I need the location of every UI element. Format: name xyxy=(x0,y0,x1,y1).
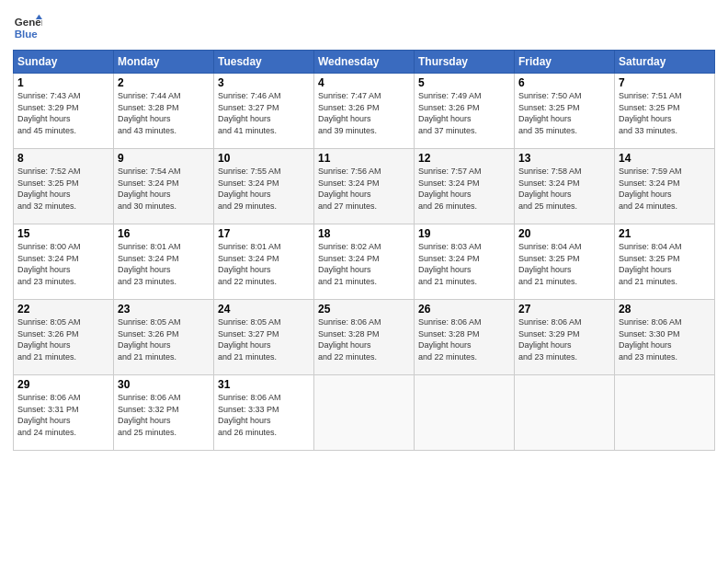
calendar-cell: 21Sunrise: 8:04 AMSunset: 3:25 PMDayligh… xyxy=(615,224,715,300)
day-header-saturday: Saturday xyxy=(615,51,715,74)
day-detail: Sunrise: 8:06 AMSunset: 3:33 PMDaylight … xyxy=(218,392,310,438)
calendar-cell: 6Sunrise: 7:50 AMSunset: 3:25 PMDaylight… xyxy=(515,74,615,149)
header: General Blue xyxy=(13,9,715,42)
day-detail: Sunrise: 7:56 AMSunset: 3:24 PMDaylight … xyxy=(318,166,410,212)
day-detail: Sunrise: 7:52 AMSunset: 3:25 PMDaylight … xyxy=(17,166,109,212)
day-number: 18 xyxy=(318,227,410,240)
day-number: 22 xyxy=(17,303,109,316)
calendar-week-row: 29Sunrise: 8:06 AMSunset: 3:31 PMDayligh… xyxy=(14,375,715,451)
day-number: 19 xyxy=(418,227,510,240)
calendar-cell xyxy=(415,375,515,451)
day-number: 17 xyxy=(218,227,310,240)
calendar-cell: 5Sunrise: 7:49 AMSunset: 3:26 PMDaylight… xyxy=(415,74,515,149)
day-number: 13 xyxy=(518,152,610,165)
day-detail: Sunrise: 8:05 AMSunset: 3:26 PMDaylight … xyxy=(118,316,210,362)
calendar-cell xyxy=(314,375,415,451)
day-number: 6 xyxy=(518,76,610,89)
day-number: 26 xyxy=(418,303,510,316)
calendar-cell: 14Sunrise: 7:59 AMSunset: 3:24 PMDayligh… xyxy=(615,149,715,224)
calendar-week-row: 15Sunrise: 8:00 AMSunset: 3:24 PMDayligh… xyxy=(14,224,715,300)
day-detail: Sunrise: 7:46 AMSunset: 3:27 PMDaylight … xyxy=(218,90,310,136)
day-number: 15 xyxy=(17,227,109,240)
day-detail: Sunrise: 8:06 AMSunset: 3:28 PMDaylight … xyxy=(418,316,510,362)
svg-text:Blue: Blue xyxy=(15,29,39,40)
day-detail: Sunrise: 7:51 AMSunset: 3:25 PMDaylight … xyxy=(619,90,711,136)
day-header-monday: Monday xyxy=(114,51,214,74)
page: General Blue SundayMondayTuesdayWednesda… xyxy=(0,0,728,563)
calendar-cell: 15Sunrise: 8:00 AMSunset: 3:24 PMDayligh… xyxy=(14,224,114,300)
day-detail: Sunrise: 7:43 AMSunset: 3:29 PMDaylight … xyxy=(17,90,109,136)
day-number: 10 xyxy=(218,152,310,165)
day-number: 23 xyxy=(118,303,210,316)
day-header-tuesday: Tuesday xyxy=(214,51,314,74)
day-number: 16 xyxy=(118,227,210,240)
calendar-cell: 11Sunrise: 7:56 AMSunset: 3:24 PMDayligh… xyxy=(314,149,415,224)
day-number: 20 xyxy=(518,227,610,240)
calendar-header-row: SundayMondayTuesdayWednesdayThursdayFrid… xyxy=(14,51,715,74)
calendar-cell: 12Sunrise: 7:57 AMSunset: 3:24 PMDayligh… xyxy=(415,149,515,224)
day-detail: Sunrise: 8:01 AMSunset: 3:24 PMDaylight … xyxy=(218,241,310,287)
day-number: 27 xyxy=(518,303,610,316)
day-detail: Sunrise: 7:44 AMSunset: 3:28 PMDaylight … xyxy=(118,90,210,136)
day-detail: Sunrise: 7:59 AMSunset: 3:24 PMDaylight … xyxy=(619,166,711,212)
day-detail: Sunrise: 8:06 AMSunset: 3:30 PMDaylight … xyxy=(619,316,711,362)
day-number: 3 xyxy=(218,76,310,89)
day-number: 11 xyxy=(318,152,410,165)
calendar-cell: 2Sunrise: 7:44 AMSunset: 3:28 PMDaylight… xyxy=(114,74,214,149)
calendar-cell: 28Sunrise: 8:06 AMSunset: 3:30 PMDayligh… xyxy=(615,300,715,375)
day-number: 9 xyxy=(118,152,210,165)
logo-icon: General Blue xyxy=(13,13,42,42)
day-number: 1 xyxy=(17,76,109,89)
day-number: 30 xyxy=(118,378,210,391)
calendar-cell: 8Sunrise: 7:52 AMSunset: 3:25 PMDaylight… xyxy=(14,149,114,224)
day-detail: Sunrise: 8:02 AMSunset: 3:24 PMDaylight … xyxy=(318,241,410,287)
calendar-table: SundayMondayTuesdayWednesdayThursdayFrid… xyxy=(13,50,715,451)
day-detail: Sunrise: 7:57 AMSunset: 3:24 PMDaylight … xyxy=(418,166,510,212)
day-header-thursday: Thursday xyxy=(415,51,515,74)
day-number: 21 xyxy=(619,227,711,240)
day-number: 4 xyxy=(318,76,410,89)
day-number: 7 xyxy=(619,76,711,89)
calendar-cell: 7Sunrise: 7:51 AMSunset: 3:25 PMDaylight… xyxy=(615,74,715,149)
day-detail: Sunrise: 7:55 AMSunset: 3:24 PMDaylight … xyxy=(218,166,310,212)
day-detail: Sunrise: 7:49 AMSunset: 3:26 PMDaylight … xyxy=(418,90,510,136)
day-detail: Sunrise: 8:06 AMSunset: 3:29 PMDaylight … xyxy=(518,316,610,362)
day-header-wednesday: Wednesday xyxy=(314,51,415,74)
calendar-cell xyxy=(515,375,615,451)
calendar-cell xyxy=(615,375,715,451)
day-detail: Sunrise: 8:03 AMSunset: 3:24 PMDaylight … xyxy=(418,241,510,287)
day-number: 28 xyxy=(619,303,711,316)
day-detail: Sunrise: 8:06 AMSunset: 3:31 PMDaylight … xyxy=(17,392,109,438)
day-detail: Sunrise: 8:05 AMSunset: 3:27 PMDaylight … xyxy=(218,316,310,362)
calendar-week-row: 8Sunrise: 7:52 AMSunset: 3:25 PMDaylight… xyxy=(14,149,715,224)
day-number: 14 xyxy=(619,152,711,165)
day-number: 29 xyxy=(17,378,109,391)
calendar-cell: 23Sunrise: 8:05 AMSunset: 3:26 PMDayligh… xyxy=(114,300,214,375)
day-number: 25 xyxy=(318,303,410,316)
day-detail: Sunrise: 8:05 AMSunset: 3:26 PMDaylight … xyxy=(17,316,109,362)
day-header-friday: Friday xyxy=(515,51,615,74)
calendar-cell: 1Sunrise: 7:43 AMSunset: 3:29 PMDaylight… xyxy=(14,74,114,149)
calendar-cell: 16Sunrise: 8:01 AMSunset: 3:24 PMDayligh… xyxy=(114,224,214,300)
calendar-cell: 29Sunrise: 8:06 AMSunset: 3:31 PMDayligh… xyxy=(14,375,114,451)
calendar-cell: 26Sunrise: 8:06 AMSunset: 3:28 PMDayligh… xyxy=(415,300,515,375)
day-number: 24 xyxy=(218,303,310,316)
day-detail: Sunrise: 7:50 AMSunset: 3:25 PMDaylight … xyxy=(518,90,610,136)
calendar-week-row: 22Sunrise: 8:05 AMSunset: 3:26 PMDayligh… xyxy=(14,300,715,375)
day-detail: Sunrise: 8:04 AMSunset: 3:25 PMDaylight … xyxy=(518,241,610,287)
calendar-cell: 18Sunrise: 8:02 AMSunset: 3:24 PMDayligh… xyxy=(314,224,415,300)
day-detail: Sunrise: 7:58 AMSunset: 3:24 PMDaylight … xyxy=(518,166,610,212)
calendar-cell: 19Sunrise: 8:03 AMSunset: 3:24 PMDayligh… xyxy=(415,224,515,300)
calendar-cell: 4Sunrise: 7:47 AMSunset: 3:26 PMDaylight… xyxy=(314,74,415,149)
calendar-cell: 9Sunrise: 7:54 AMSunset: 3:24 PMDaylight… xyxy=(114,149,214,224)
day-number: 2 xyxy=(118,76,210,89)
day-number: 31 xyxy=(218,378,310,391)
calendar-cell: 20Sunrise: 8:04 AMSunset: 3:25 PMDayligh… xyxy=(515,224,615,300)
calendar-week-row: 1Sunrise: 7:43 AMSunset: 3:29 PMDaylight… xyxy=(14,74,715,149)
day-number: 12 xyxy=(418,152,510,165)
calendar-cell: 24Sunrise: 8:05 AMSunset: 3:27 PMDayligh… xyxy=(214,300,314,375)
calendar-cell: 10Sunrise: 7:55 AMSunset: 3:24 PMDayligh… xyxy=(214,149,314,224)
day-header-sunday: Sunday xyxy=(14,51,114,74)
calendar-cell: 17Sunrise: 8:01 AMSunset: 3:24 PMDayligh… xyxy=(214,224,314,300)
calendar-cell: 3Sunrise: 7:46 AMSunset: 3:27 PMDaylight… xyxy=(214,74,314,149)
